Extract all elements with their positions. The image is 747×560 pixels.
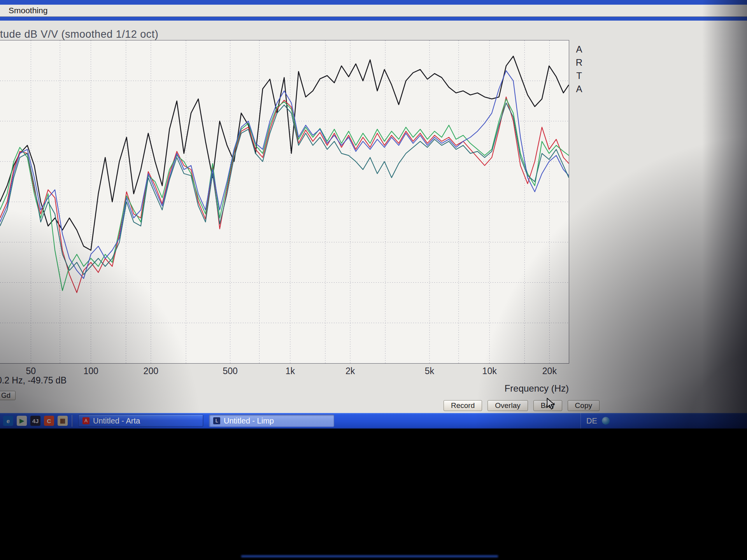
x-tick-label: 100 [83,366,98,376]
arta-app-icon: A [82,417,89,424]
x-axis-label: Frequency (Hz) [0,383,574,394]
window-frame-strip [0,17,747,21]
record-button[interactable]: Record [444,400,482,411]
frequency-response-chart [0,40,569,363]
menu-bar: Smoothing [0,5,747,17]
quicklaunch-notes-icon[interactable]: ▦ [58,416,68,426]
series-black [0,56,569,250]
x-tick-label: 500 [223,366,237,376]
plot-area[interactable] [0,40,569,364]
chart-button-row: Record Overlay B/W Copy [444,400,600,411]
quicklaunch-4j-app-icon[interactable]: 4J [30,416,40,426]
taskbar: e▶4JC▦ A Untitled - Arta L Untitled - Li… [0,413,747,429]
series-teal [0,103,569,275]
quicklaunch-ie-icon[interactable]: e [3,416,13,426]
x-tick-label: 5k [425,366,434,376]
system-tray: DE [580,413,610,429]
overlay-button[interactable]: Overlay [487,400,528,411]
taskbar-task-limp-label: Untitled - Limp [224,416,274,425]
taskbar-task-arta-label: Untitled - Arta [93,416,140,425]
x-tick-label: 200 [144,366,158,376]
x-tick-label: 10k [482,366,497,376]
chart-title: tude dB V/V (smoothed 1/12 oct) [0,28,158,40]
x-tick-label: 1k [286,366,295,376]
x-tick-label: 50 [26,366,36,376]
taskbar-separator [72,415,73,427]
menu-item-smoothing[interactable]: Smoothing [3,5,53,16]
limp-app-icon: L [213,417,220,424]
taskbar-task-limp[interactable]: L Untitled - Limp [209,415,334,427]
arta-watermark: ARTA [573,44,584,97]
monitor-screen: Smoothing tude dB V/V (smoothed 1/12 oct… [0,0,747,429]
quicklaunch-media-player-icon[interactable]: ▶ [17,416,27,426]
series-red [0,97,569,292]
x-tick-label: 2k [345,366,355,376]
quick-launch-area: e▶4JC▦ [3,416,68,426]
series-green [0,99,569,290]
arta-window-content: tude dB V/V (smoothed 1/12 oct) ARTA 501… [0,21,747,413]
gd-button[interactable]: Gd [0,391,16,400]
mouse-cursor [546,398,556,410]
tray-status-icon[interactable] [602,417,610,425]
monitor-bezel [0,429,747,560]
copy-button[interactable]: Copy [568,400,600,411]
bezel-light-glow [241,555,498,557]
photo-of-monitor: Smoothing tude dB V/V (smoothed 1/12 oct… [0,0,747,560]
language-indicator[interactable]: DE [586,416,597,425]
taskbar-task-arta[interactable]: A Untitled - Arta [78,415,203,427]
x-tick-label: 20k [542,366,557,376]
x-axis-ticks: 501002005001k2k5k10k20k [0,366,569,377]
window-titlebar-strip [0,0,747,5]
quicklaunch-c-app-icon[interactable]: C [44,416,54,426]
